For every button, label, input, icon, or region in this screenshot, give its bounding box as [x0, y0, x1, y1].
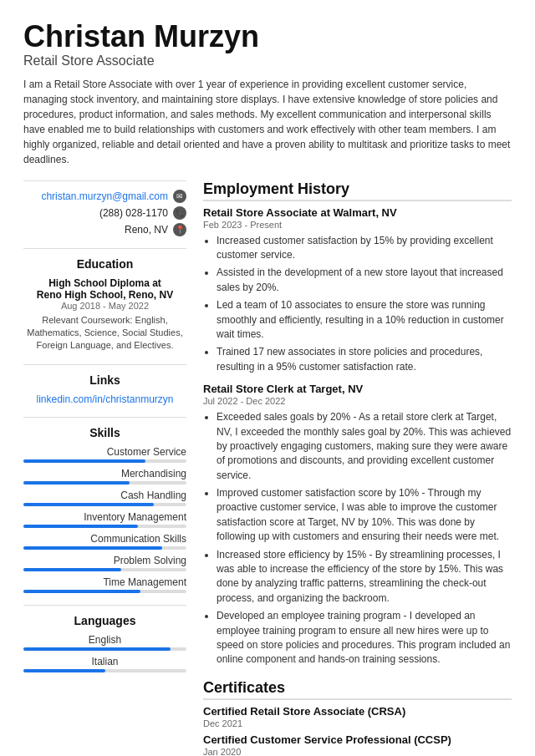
job-entry: Retail Store Clerk at Target, NV Jul 202…: [203, 383, 512, 667]
location-text: Reno, NV: [125, 224, 168, 236]
header-section: Christan Murzyn Retail Store Associate I…: [23, 20, 512, 167]
job-bullets: Exceeded sales goals by 20% - As a retai…: [203, 410, 512, 667]
languages-title: Languages: [23, 614, 186, 627]
skill-bar-fill: [23, 546, 162, 550]
skill-bar-bg: [23, 590, 186, 593]
skill-item: Customer Service: [23, 446, 186, 463]
email-icon: ✉: [173, 190, 186, 203]
linkedin-link[interactable]: linkedin.com/in/christanmurzyn: [23, 393, 186, 405]
job-entry: Retail Store Associate at Walmart, NV Fe…: [203, 206, 512, 375]
skill-label: Inventory Management: [23, 511, 186, 523]
skill-label: Communication Skills: [23, 533, 186, 545]
language-bar-bg: [23, 647, 186, 651]
skill-item: Communication Skills: [23, 533, 186, 550]
language-item: Italian: [23, 656, 186, 672]
job-bullet: Increased customer satisfaction by 15% b…: [217, 234, 512, 263]
skill-label: Problem Solving: [23, 555, 186, 566]
skill-bar-fill: [23, 590, 140, 593]
phone-contact: (288) 028-1170 📞: [23, 206, 186, 220]
jobs-list: Retail Store Associate at Walmart, NV Fe…: [203, 206, 512, 667]
skill-item: Inventory Management: [23, 511, 186, 528]
main-layout: christan.murzyn@gmail.com ✉ (288) 028-11…: [23, 180, 512, 756]
skill-bar-fill: [23, 503, 154, 506]
email-link[interactable]: christan.murzyn@gmail.com: [41, 190, 168, 202]
education-dates: Aug 2018 - May 2022: [23, 301, 186, 311]
skill-bar-bg: [23, 481, 186, 485]
cert-name: Certified Retail Store Associate (CRSA): [203, 705, 512, 718]
links-title: Links: [23, 373, 186, 387]
summary-text: I am a Retail Store Associate with over …: [23, 77, 512, 167]
skills-title: Skills: [23, 426, 186, 439]
job-dates: Feb 2023 - Present: [203, 220, 512, 230]
language-bar-bg: [23, 669, 186, 672]
education-title: Education: [23, 257, 186, 271]
certificates-title: Certificates: [203, 679, 512, 700]
certificates-section: Certificates Certified Retail Store Asso…: [203, 679, 512, 756]
left-column: christan.murzyn@gmail.com ✉ (288) 028-11…: [23, 180, 186, 756]
education-school: Reno High School, Reno, NV: [23, 289, 186, 301]
language-bar-fill: [23, 669, 105, 672]
certs-list: Certified Retail Store Associate (CRSA) …: [203, 705, 512, 756]
email-contact: christan.murzyn@gmail.com ✉: [23, 190, 186, 203]
skill-label: Time Management: [23, 576, 186, 588]
skill-bar-bg: [23, 525, 186, 528]
job-bullet: Led a team of 10 associates to ensure th…: [217, 298, 512, 342]
job-bullet: Assisted in the development of a new sto…: [217, 266, 512, 295]
job-title: Retail Store Clerk at Target, NV: [203, 383, 512, 395]
language-label: English: [23, 634, 186, 646]
languages-list: English Italian: [23, 634, 186, 672]
skill-bar-fill: [23, 568, 121, 571]
cert-name: Certified Customer Service Professional …: [203, 733, 512, 746]
cert-entry: Certified Customer Service Professional …: [203, 733, 512, 756]
job-title: Retail Store Associate at Walmart, NV: [203, 206, 512, 219]
phone-text: (288) 028-1170: [99, 207, 168, 219]
cert-entry: Certified Retail Store Associate (CRSA) …: [203, 705, 512, 728]
skills-section: Skills Customer Service Merchandising Ca…: [23, 417, 186, 593]
job-bullets: Increased customer satisfaction by 15% b…: [203, 234, 512, 375]
skill-bar-fill: [23, 459, 145, 463]
skill-item: Time Management: [23, 576, 186, 593]
phone-icon: 📞: [173, 206, 186, 220]
job-bullet: Exceeded sales goals by 20% - As a retai…: [217, 410, 512, 483]
job-dates: Jul 2022 - Dec 2022: [203, 396, 512, 406]
right-column: Employment History Retail Store Associat…: [203, 180, 512, 756]
candidate-title: Retail Store Associate: [23, 53, 512, 68]
skill-bar-bg: [23, 568, 186, 571]
skill-item: Cash Handling: [23, 490, 186, 506]
job-bullet: Developed an employee training program -…: [217, 609, 512, 667]
skill-label: Cash Handling: [23, 490, 186, 501]
skill-bar-bg: [23, 459, 186, 463]
skill-item: Merchandising: [23, 468, 186, 485]
job-bullet: Improved customer satisfaction score by …: [217, 486, 512, 545]
candidate-name: Christan Murzyn: [23, 20, 512, 53]
skills-list: Customer Service Merchandising Cash Hand…: [23, 446, 186, 593]
links-section: Links linkedin.com/in/christanmurzyn: [23, 364, 186, 405]
location-icon: 📍: [173, 223, 186, 236]
skill-label: Customer Service: [23, 446, 186, 458]
linkedin-link-item: linkedin.com/in/christanmurzyn: [23, 393, 186, 405]
skill-bar-fill: [23, 481, 130, 485]
cert-date: Jan 2020: [203, 747, 512, 756]
language-label: Italian: [23, 656, 186, 667]
education-courses: Relevant Coursework: English, Mathematic…: [23, 314, 186, 353]
skill-item: Problem Solving: [23, 555, 186, 571]
job-bullet: Trained 17 new associates in store polic…: [217, 345, 512, 374]
language-item: English: [23, 634, 186, 651]
employment-title: Employment History: [203, 180, 512, 201]
language-bar-fill: [23, 647, 171, 651]
skill-bar-bg: [23, 503, 186, 506]
skill-bar-bg: [23, 546, 186, 550]
location-contact: Reno, NV 📍: [23, 223, 186, 236]
skill-bar-fill: [23, 525, 138, 528]
contact-section: christan.murzyn@gmail.com ✉ (288) 028-11…: [23, 180, 186, 236]
job-bullet: Increased store efficiency by 15% - By s…: [217, 548, 512, 606]
cert-date: Dec 2021: [203, 718, 512, 728]
education-section: Education High School Diploma at Reno Hi…: [23, 248, 186, 353]
education-degree: High School Diploma at: [23, 277, 186, 289]
employment-section: Employment History Retail Store Associat…: [203, 180, 512, 667]
skill-label: Merchandising: [23, 468, 186, 479]
languages-section: Languages English Italian: [23, 605, 186, 672]
